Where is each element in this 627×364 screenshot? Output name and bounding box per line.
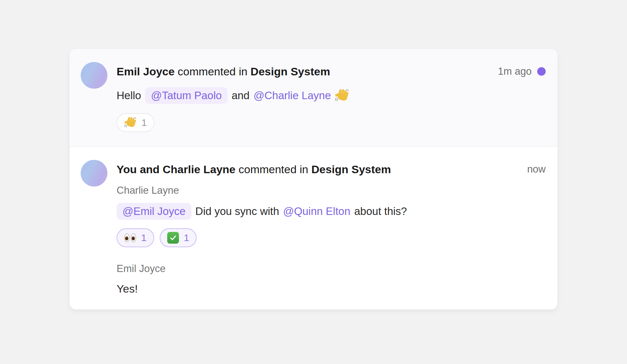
thread-author-name: Charlie Layne (117, 185, 546, 196)
notification-card-emil-comment[interactable]: Emil Joyce commented in Design System 1m… (70, 49, 557, 147)
notification-meta: now (527, 163, 546, 175)
timestamp: now (527, 163, 546, 175)
mention-tatum-paolo[interactable]: @Tatum Paolo (145, 87, 228, 104)
reactions-row: 1 1 (117, 228, 546, 247)
reaction-check-mark[interactable]: 1 (160, 228, 197, 247)
notification-meta: 1m ago (498, 66, 546, 77)
reactions-row: 1 (117, 113, 546, 132)
mention-emil-joyce[interactable]: @Emil Joyce (117, 203, 191, 220)
target-file-name: Design System (250, 65, 330, 78)
comment-text: @Emil Joyce Did you sync with @Quinn Elt… (117, 203, 546, 220)
unread-indicator-dot (537, 67, 546, 76)
waving-hand-emoji (124, 116, 137, 129)
reaction-count: 1 (141, 232, 147, 243)
comment-segment: Did you sync with (195, 205, 279, 218)
mention-quinn-elton[interactable]: @Quinn Elton (283, 205, 350, 218)
reaction-count: 1 (184, 232, 189, 243)
comment-text: Yes! (117, 282, 546, 295)
actor-name: You and Charlie Layne (117, 163, 235, 175)
notification-title: Emil Joyce commented in Design System (117, 65, 330, 79)
reaction-count: 1 (141, 117, 147, 128)
comment-text: Hello @Tatum Paolo and @Charlie Layne (117, 87, 546, 104)
reaction-eyes[interactable]: 1 (117, 228, 154, 247)
comment-segment: about this? (354, 205, 407, 218)
notification-title: You and Charlie Layne commented in Desig… (117, 162, 391, 176)
action-text: commented in (178, 65, 248, 78)
notification-card-thread-comment[interactable]: You and Charlie Layne commented in Desig… (70, 147, 557, 310)
avatar (81, 62, 107, 89)
check-mark-emoji (167, 232, 179, 244)
notifications-panel: Emil Joyce commented in Design System 1m… (70, 49, 557, 310)
thread-author-name: Emil Joyce (117, 263, 546, 275)
avatar (81, 160, 107, 187)
target-file-name: Design System (311, 163, 391, 175)
action-text: commented in (238, 163, 308, 175)
waving-hand-emoji (335, 88, 349, 103)
actor-name: Emil Joyce (117, 65, 175, 78)
reaction-waving-hand[interactable]: 1 (117, 113, 154, 132)
comment-segment: Hello (117, 89, 141, 102)
timestamp: 1m ago (498, 66, 532, 77)
comment-segment: and (232, 89, 249, 102)
eyes-emoji (124, 233, 136, 242)
mention-charlie-layne[interactable]: @Charlie Layne (253, 89, 331, 102)
